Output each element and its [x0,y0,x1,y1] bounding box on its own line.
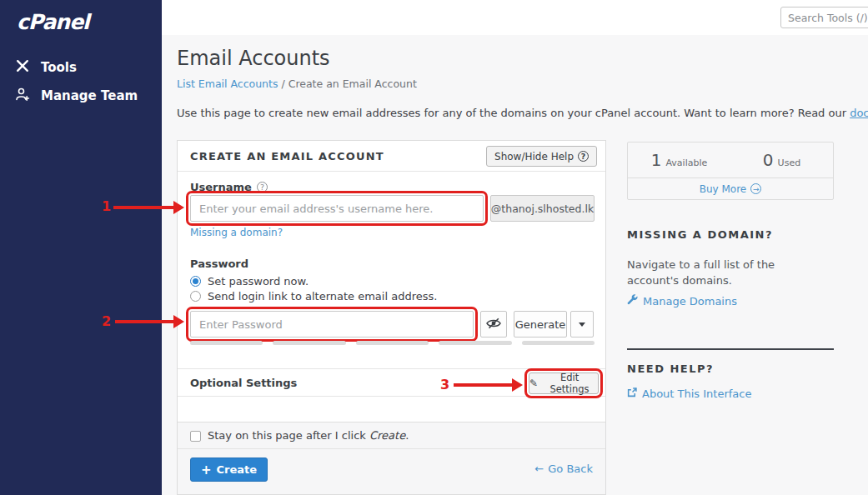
footer-divider [178,448,605,449]
username-label: Username ? [190,181,268,193]
breadcrumb-list-email-accounts[interactable]: List Email Accounts [177,78,278,90]
sidebar-item-manage-team[interactable]: Manage Team [0,82,162,110]
generate-options-dropdown-button[interactable] [570,311,594,338]
domain-addon: @thanoj.slhosted.lk [490,195,595,222]
missing-domain-text: Navigate to a full list of the account's… [627,257,827,288]
about-this-interface-link[interactable]: About This Interface [627,388,751,400]
breadcrumb-current: Create an Email Account [288,78,417,90]
annotation-arrowhead-1 [173,201,184,214]
username-input[interactable] [190,195,484,222]
section-divider [627,348,834,350]
annotation-step-2: 2 [102,313,111,329]
circled-arrow-icon: → [750,183,761,194]
eye-slash-icon [486,318,501,332]
tools-icon [15,58,30,77]
cpanel-logo[interactable]: cPanel [17,10,89,34]
available-label: Available [665,158,707,168]
strength-segment [273,341,345,345]
left-arrow-icon: ← [534,462,544,475]
available-stat: 1Available [628,150,730,170]
annotation-step-3: 3 [440,377,449,392]
strength-segment [190,341,263,345]
annotation-step-1: 1 [102,198,111,214]
radio-label: Set password now. [208,275,309,288]
annotation-arrow-3 [454,383,512,387]
create-button-label: Create [217,463,258,476]
quota-stats-row: 1Available 0Used [628,142,833,178]
panel-header: CREATE AN EMAIL ACCOUNT Show/Hide Help ? [178,141,605,172]
stay-on-page-option[interactable]: Stay on this page after I click Create. [190,429,409,442]
go-back-link[interactable]: ← Go Back [534,462,593,475]
annotation-arrow-1 [113,206,173,209]
buy-more-link[interactable]: Buy More → [700,183,762,195]
buy-more-label: Buy More [700,183,747,195]
used-label: Used [778,158,801,168]
sidebar-nav: Tools Manage Team [0,53,162,110]
page-title: Email Accounts [177,47,330,70]
annotation-arrow-2 [115,320,173,323]
documentation-link[interactable]: documentation [850,107,868,119]
need-help-heading: NEED HELP? [627,362,714,375]
radio-unselected-icon[interactable] [190,291,201,302]
annotation-arrowhead-3 [512,378,523,392]
edit-settings-button[interactable]: ✎ Edit Settings [529,372,599,394]
sidebar-item-label: Manage Team [41,88,138,103]
help-button-label: Show/Hide Help [494,151,574,162]
intro-text: Use this page to create new email addres… [177,107,868,120]
strength-segment [522,341,595,345]
chevron-down-icon [579,322,585,327]
show-hide-help-button[interactable]: Show/Hide Help ? [486,146,597,167]
manage-team-icon [15,87,30,105]
intro-sentence: Use this page to create new email addres… [177,107,850,119]
plus-icon: + [201,462,212,478]
username-input-group: @thanoj.slhosted.lk [190,195,595,222]
generate-password-button[interactable]: Generate [514,311,567,338]
manage-domains-link[interactable]: Manage Domains [627,294,737,308]
manage-domains-label: Manage Domains [643,295,737,308]
password-strength-meter [190,341,595,345]
go-back-label: Go Back [548,462,593,475]
breadcrumb-separator: / [281,78,284,90]
optional-settings-label: Optional Settings [190,377,297,389]
about-this-interface-label: About This Interface [642,388,751,400]
pencil-icon: ✎ [529,378,538,389]
password-input[interactable] [190,311,474,338]
wrench-icon [627,294,638,308]
panel-title: CREATE AN EMAIL ACCOUNT [190,150,384,162]
stay-on-page-checkbox[interactable] [190,431,201,442]
username-help-icon[interactable]: ? [257,182,268,192]
missing-domain-heading: MISSING A DOMAIN? [627,228,773,241]
sidebar-item-label: Tools [41,60,77,75]
account-quota-box: 1Available 0Used Buy More → [627,142,834,200]
cpanel-email-accounts-page: cPanel Tools Manage Team Email Accounts … [0,0,868,495]
sidebar-item-tools[interactable]: Tools [0,53,162,82]
radio-set-password-now[interactable]: Set password now. [190,275,309,288]
radio-selected-icon[interactable] [190,276,201,287]
top-bar [162,0,868,35]
strength-segment [356,341,429,345]
buy-more-row: Buy More → [628,178,833,199]
username-label-text: Username [190,181,252,193]
used-value: 0 [763,150,774,170]
radio-send-login-link[interactable]: Send login link to alternate email addre… [190,290,437,302]
used-stat: 0Used [730,150,833,170]
edit-settings-label: Edit Settings [541,372,598,395]
external-link-icon [627,388,637,400]
help-question-icon: ? [578,151,589,162]
search-tools-input[interactable] [780,7,868,28]
available-value: 1 [651,150,662,170]
left-sidebar: cPanel Tools Manage Team [0,0,162,495]
content-area: Email Accounts List Email Accounts / Cre… [162,35,868,495]
breadcrumb: List Email Accounts / Create an Email Ac… [177,78,417,90]
stay-on-page-label: Stay on this page after I click Create. [208,429,409,442]
password-label: Password [190,258,248,270]
missing-domain-link[interactable]: Missing a domain? [190,227,283,238]
password-input-group: Generate [190,311,595,338]
strength-segment [439,341,511,345]
annotation-arrowhead-2 [173,315,184,328]
create-button[interactable]: + Create [190,458,268,482]
panel-footer: Stay on this page after I click Create. … [178,422,605,494]
toggle-password-visibility-button[interactable] [480,311,507,338]
create-email-account-panel: CREATE AN EMAIL ACCOUNT Show/Hide Help ?… [177,140,606,495]
optional-settings-row: Optional Settings ✎ Edit Settings [178,368,605,397]
